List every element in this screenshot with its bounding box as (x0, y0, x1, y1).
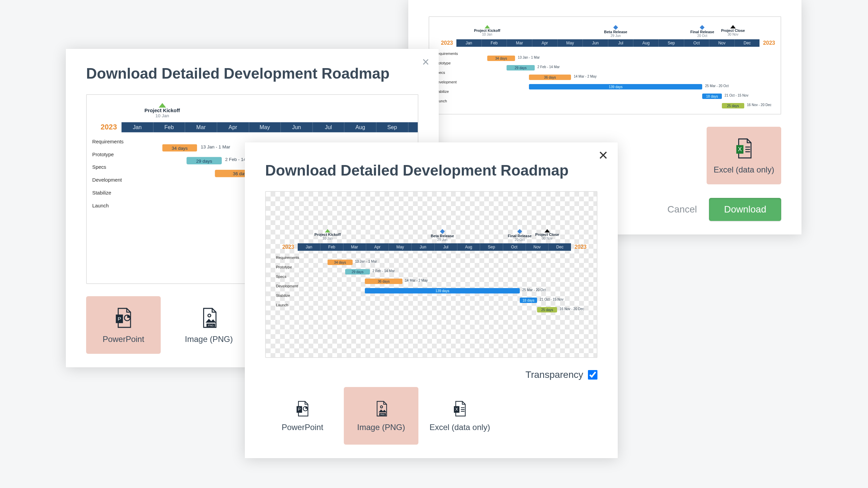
svg-text:P: P (298, 407, 301, 412)
export-excel-tile[interactable]: X Excel (data only) (422, 387, 497, 445)
export-image-tile[interactable]: PNG Image (PNG) (344, 387, 418, 445)
svg-text:P: P (118, 316, 121, 322)
powerpoint-icon: P (293, 400, 312, 418)
export-tile-label: Image (PNG) (185, 334, 233, 344)
excel-icon: X (732, 137, 756, 160)
export-tile-label: PowerPoint (103, 334, 144, 344)
gantt-chart: Project Kickoff10 JanBeta Release29 JunF… (266, 192, 597, 357)
svg-point-10 (380, 406, 382, 408)
export-tile-label: Excel (data only) (430, 423, 490, 432)
close-icon[interactable]: ✕ (598, 148, 608, 163)
png-icon: PNG (372, 400, 390, 418)
svg-text:X: X (738, 146, 742, 152)
download-dialog-front: ✕ Download Detailed Development Roadmap … (245, 142, 618, 458)
preview-box: Project Kickoff10 JanBeta Release29 JunF… (265, 191, 597, 358)
preview-box: Project Kickoff10 JanBeta Release29 JunF… (429, 16, 781, 115)
dialog-title: Download Detailed Development Roadmap (86, 65, 418, 82)
export-excel-tile[interactable]: X Excel (data only) (707, 127, 781, 184)
cancel-button[interactable]: Cancel (667, 204, 697, 215)
export-powerpoint-tile[interactable]: P PowerPoint (265, 387, 340, 445)
close-icon[interactable]: × (422, 55, 429, 69)
svg-point-4 (208, 314, 211, 317)
png-icon: PNG (197, 306, 221, 330)
svg-text:X: X (455, 407, 458, 412)
svg-text:PNG: PNG (208, 324, 214, 327)
dialog-title: Download Detailed Development Roadmap (265, 162, 597, 179)
transparency-label: Transparency (526, 369, 583, 380)
excel-icon: X (451, 400, 469, 418)
transparency-checkbox[interactable] (588, 370, 597, 380)
export-powerpoint-tile[interactable]: P PowerPoint (86, 296, 161, 354)
download-button[interactable]: Download (709, 198, 781, 221)
export-tile-label: Image (PNG) (357, 423, 405, 432)
svg-text:PNG: PNG (380, 413, 385, 415)
export-image-tile[interactable]: PNG Image (PNG) (172, 296, 246, 354)
gantt-chart: Project Kickoff10 JanBeta Release29 JunF… (435, 25, 775, 106)
export-tile-label: PowerPoint (282, 423, 323, 432)
export-tile-label: Excel (data only) (714, 165, 774, 175)
powerpoint-icon: P (112, 306, 135, 330)
